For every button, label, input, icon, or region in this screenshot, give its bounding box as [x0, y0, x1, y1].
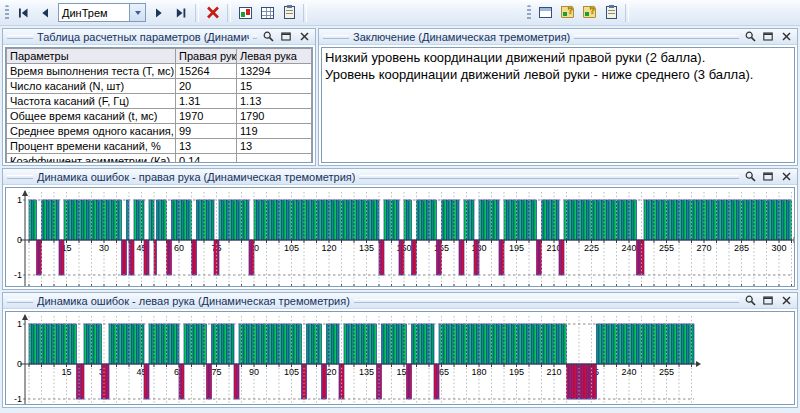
error-dynamics-right-hand-panel: Динамика ошибок - правая рука (Динамичес…	[2, 168, 798, 290]
zoom-button[interactable]	[743, 30, 757, 43]
panel-title: Заключение (Динамическая тремометрия)	[353, 31, 570, 43]
new-window-button[interactable]	[534, 2, 556, 24]
param-value-cell: 20	[176, 79, 237, 94]
parameters-table: Параметры Правая рука Левая рука Время в…	[6, 48, 312, 163]
conclusion-line: Низкий уровень координации движений прав…	[325, 49, 791, 66]
parameters-table-button[interactable]	[256, 2, 278, 24]
window-icon	[539, 7, 552, 18]
database-help-icon	[583, 8, 596, 18]
titlebar-rule	[359, 175, 739, 179]
conclusion-panel: Заключение (Динамическая тремометрия) Ни…	[318, 28, 798, 166]
zoom-button[interactable]	[261, 30, 275, 43]
clipboard-button[interactable]	[600, 2, 622, 24]
zoom-icon	[745, 171, 756, 182]
param-name-cell: Общее время касаний (t, мс)	[7, 109, 176, 124]
maximize-icon	[763, 296, 773, 305]
param-value-cell: 13	[176, 139, 237, 154]
toolbar-separator	[227, 4, 231, 22]
close-icon	[782, 32, 791, 41]
table-row: Процент времени касаний, %1313	[7, 139, 312, 154]
param-name-cell: Частота касаний (F, Гц)	[7, 94, 176, 109]
delete-record-button[interactable]	[202, 2, 224, 24]
chart-area-right-hand: 1530456075901051201351501651801952102252…	[5, 187, 795, 287]
maximize-button[interactable]	[761, 30, 775, 43]
error-dynamics-left-hand-chart: 1530456075901051201351501651801952102252…	[6, 312, 795, 405]
results-window-button[interactable]	[234, 2, 256, 24]
maximize-icon	[281, 32, 291, 41]
record-selector[interactable]: ДинТрем	[58, 3, 146, 22]
svg-text:0: 0	[17, 235, 22, 245]
param-name-cell: Время выполнения теста (T, мс)	[7, 64, 176, 79]
previous-record-icon	[40, 8, 50, 18]
svg-text:-1: -1	[14, 394, 22, 404]
param-value-cell: 13294	[237, 64, 312, 79]
close-icon	[782, 172, 791, 181]
param-value-cell: 0.14	[176, 154, 237, 164]
parameters-table-area: Параметры Правая рука Левая рука Время в…	[5, 47, 313, 163]
record-navigation-toolbar: ДинТрем	[2, 1, 312, 25]
titlebar-rule	[7, 299, 33, 303]
table-row: Коэффициент асимметрии (Ка)0.14	[7, 154, 312, 164]
titlebar-rule	[7, 35, 33, 39]
zoom-button[interactable]	[743, 294, 757, 307]
maximize-button[interactable]	[279, 30, 293, 43]
table-row: Среднее время одного касания, мс99119	[7, 124, 312, 139]
titlebar-rule	[7, 175, 33, 179]
table-row: Общее время касаний (t, мс)19701790	[7, 109, 312, 124]
close-button[interactable]	[779, 170, 793, 183]
close-button[interactable]	[297, 30, 311, 43]
titlebar-rule	[323, 35, 349, 39]
svg-text:0: 0	[17, 359, 22, 369]
param-name-cell: Среднее время одного касания, мс	[7, 124, 176, 139]
param-value-cell: 13	[237, 139, 312, 154]
zoom-icon	[263, 31, 274, 42]
first-record-icon	[18, 8, 29, 18]
conclusion-line: Уровень координации движений левой руки …	[325, 66, 791, 83]
conclusion-button[interactable]	[278, 2, 300, 24]
panel-title: Динамика ошибок - правая рука (Динамичес…	[37, 171, 355, 183]
toolbar-grip[interactable]	[527, 5, 531, 21]
toolbar-separator	[195, 4, 199, 22]
table-row: Время выполнения теста (T, мс)1526413294	[7, 64, 312, 79]
toolbar-grip[interactable]	[5, 5, 9, 21]
close-button[interactable]	[779, 294, 793, 307]
svg-text:1: 1	[17, 195, 22, 205]
panel-titlebar: Таблица расчетных параметров (Динамическ…	[3, 29, 315, 45]
maximize-button[interactable]	[761, 170, 775, 183]
column-header-right-hand: Правая рука	[176, 49, 237, 64]
table-header-row: Параметры Правая рука Левая рука	[7, 49, 312, 64]
panel-titlebar: Заключение (Динамическая тремометрия)	[319, 29, 797, 45]
windows-toolbar	[524, 1, 634, 25]
last-record-button[interactable]	[170, 2, 192, 24]
next-record-button[interactable]	[148, 2, 170, 24]
record-selector-value: ДинТрем	[59, 7, 129, 19]
svg-text:-1: -1	[14, 270, 22, 280]
conclusion-text: Низкий уровень координации движений прав…	[322, 48, 794, 84]
param-value-cell	[237, 154, 312, 164]
maximize-icon	[763, 172, 773, 181]
toolbar-separator	[625, 4, 629, 22]
param-value-cell: 1.31	[176, 94, 237, 109]
column-header-parameters: Параметры	[7, 49, 176, 64]
database-help-button-2[interactable]	[578, 2, 600, 24]
table-row: Частота касаний (F, Гц)1.311.13	[7, 94, 312, 109]
conclusion-icon	[284, 6, 295, 19]
param-value-cell: 99	[176, 124, 237, 139]
param-name-cell: Коэффициент асимметрии (Ка)	[7, 154, 176, 164]
database-help-button[interactable]	[556, 2, 578, 24]
close-button[interactable]	[779, 30, 793, 43]
parameters-table-icon	[261, 7, 274, 19]
record-selector-dropdown-button[interactable]	[129, 4, 145, 21]
param-value-cell: 1790	[237, 109, 312, 124]
delete-record-icon	[206, 6, 220, 19]
param-value-cell: 1.13	[237, 94, 312, 109]
zoom-button[interactable]	[743, 170, 757, 183]
first-record-button[interactable]	[12, 2, 34, 24]
maximize-button[interactable]	[761, 294, 775, 307]
titlebar-rule	[253, 35, 257, 39]
titlebar-rule	[574, 35, 739, 39]
previous-record-button[interactable]	[34, 2, 56, 24]
panel-title: Динамика ошибок - левая рука (Динамическ…	[37, 295, 350, 307]
error-dynamics-right-hand-chart: 1530456075901051201351501651801952102252…	[6, 188, 795, 287]
zoom-icon	[745, 31, 756, 42]
